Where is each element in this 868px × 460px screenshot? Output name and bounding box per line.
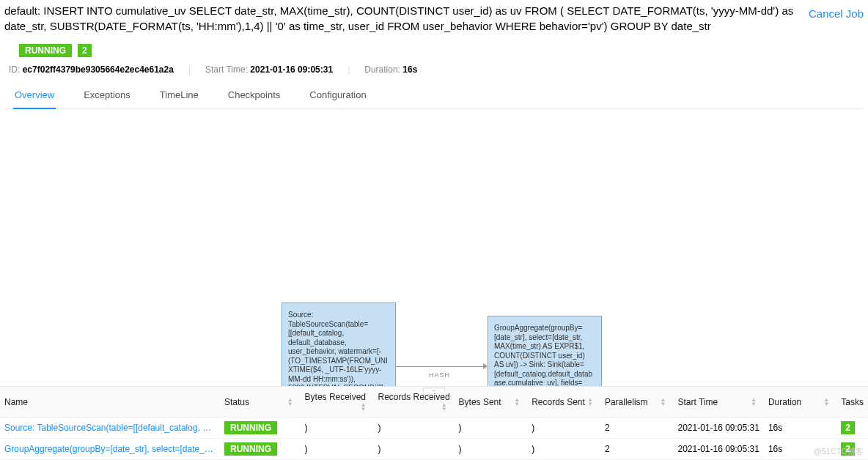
- tab-configuration[interactable]: Configuration: [308, 86, 367, 108]
- status-count-badge: 2: [78, 44, 92, 57]
- duration-label: Duration:: [364, 64, 400, 75]
- watermark-text: @51CTO博客: [814, 446, 864, 457]
- job-graph-canvas[interactable]: Source: TableSourceScan(table=[[default_…: [0, 109, 868, 402]
- row-parallelism: 2: [600, 418, 674, 439]
- cancel-job-link[interactable]: Cancel Job: [809, 7, 864, 20]
- separator-icon: |: [347, 64, 350, 75]
- row-tasks-badge: 2: [841, 421, 855, 434]
- column-records-sent: Records Sent▲▼: [527, 387, 600, 418]
- sort-icon[interactable]: ▲▼: [287, 398, 293, 407]
- job-title: default: INSERT INTO cumulative_uv SELEC…: [4, 3, 809, 34]
- row-records-sent: ): [527, 439, 600, 460]
- row-start-time: 2021-01-16 09:05:31: [673, 439, 763, 460]
- column-bytes-sent: Bytes Sent▲▼: [455, 387, 528, 418]
- row-bytes-received: ): [301, 418, 374, 439]
- job-header: default: INSERT INTO cumulative_uv SELEC…: [0, 0, 868, 109]
- tab-overview[interactable]: Overview: [13, 86, 56, 109]
- sort-icon[interactable]: ▲▼: [361, 403, 367, 412]
- table-row: Source: TableSourceScan(table=[[default_…: [0, 418, 868, 439]
- id-value: ec7f02ff4379be9305664e2ec4e61a2a: [23, 64, 174, 75]
- column-parallelism: Parallelism▲▼: [600, 387, 674, 418]
- sort-icon[interactable]: ▲▼: [441, 403, 447, 412]
- sort-icon[interactable]: ▲▼: [823, 398, 829, 407]
- start-time-label: Start Time:: [205, 64, 248, 75]
- column-duration: Duration▲▼: [764, 387, 836, 418]
- row-bytes-received: ): [301, 439, 374, 460]
- tab-exceptions[interactable]: Exceptions: [82, 86, 132, 108]
- separator-icon: |: [188, 64, 191, 75]
- title-row: default: INSERT INTO cumulative_uv SELEC…: [4, 3, 864, 34]
- tab-timeline[interactable]: TimeLine: [158, 86, 200, 108]
- table-row: GroupAggregate(groupBy=[date_str], selec…: [0, 439, 868, 460]
- row-bytes-sent: ): [455, 418, 528, 439]
- tasks-table: Name Status▲▼ Bytes Received▲▼ Records R…: [0, 386, 868, 460]
- duration-value: 16s: [402, 64, 417, 75]
- column-start-time: Start Time▲▼: [673, 387, 763, 418]
- sort-icon[interactable]: ▲▼: [661, 398, 666, 407]
- row-name-link[interactable]: GroupAggregate(groupBy=[date_str], selec…: [0, 439, 220, 460]
- row-status-badge: RUNNING: [224, 421, 277, 434]
- row-parallelism: 2: [600, 439, 674, 460]
- row-start-time: 2021-01-16 09:05:31: [673, 418, 763, 439]
- column-status: Status▲▼: [220, 387, 301, 418]
- sort-icon[interactable]: ▲▼: [751, 398, 757, 407]
- sort-icon[interactable]: ▲▼: [514, 398, 520, 407]
- row-records-received: ): [374, 439, 455, 460]
- row-duration: 16s: [764, 418, 836, 439]
- tab-bar: Overview Exceptions TimeLine Checkpoints…: [4, 86, 864, 109]
- row-name-link[interactable]: Source: TableSourceScan(table=[[default_…: [0, 418, 220, 439]
- row-records-sent: ): [527, 418, 600, 439]
- panel-resize-handle[interactable]: •••: [423, 387, 445, 392]
- row-bytes-sent: ): [455, 439, 528, 460]
- graph-edge: [396, 366, 484, 367]
- column-bytes-received: Bytes Received▲▼: [301, 387, 374, 418]
- start-time-value: 2021-01-16 09:05:31: [250, 64, 333, 75]
- arrow-right-icon: [483, 363, 488, 369]
- meta-row: ID: ec7f02ff4379be9305664e2ec4e61a2a | S…: [4, 64, 864, 75]
- column-tasks: Tasks: [836, 387, 868, 418]
- graph-edge-label: HASH: [429, 371, 450, 379]
- id-label: ID:: [9, 64, 20, 75]
- row-status-badge: RUNNING: [224, 442, 277, 456]
- row-records-received: ): [374, 418, 455, 439]
- status-badge: RUNNING: [19, 44, 72, 57]
- column-name: Name: [0, 387, 220, 418]
- status-row: RUNNING 2: [4, 44, 864, 57]
- tab-checkpoints[interactable]: Checkpoints: [227, 86, 282, 108]
- sort-icon[interactable]: ▲▼: [587, 398, 593, 407]
